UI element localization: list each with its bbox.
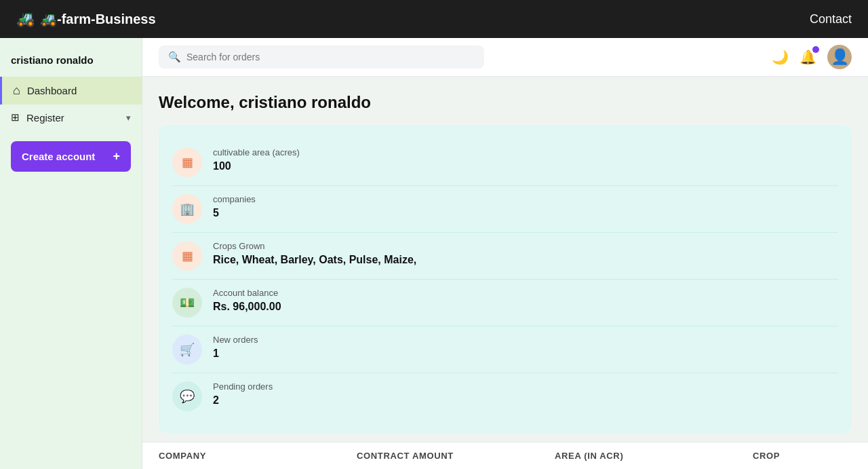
new-orders-value: 1 [213, 348, 258, 360]
brand-text: 🚜-farm-Business [40, 11, 156, 27]
sidebar-item-register[interactable]: ⊞ Register ▾ [0, 105, 142, 130]
sidebar-item-dashboard-label: Dashboard [27, 85, 77, 96]
money-icon: 💵 [180, 295, 195, 310]
building-icon: 🏢 [180, 202, 195, 217]
crops-grown-label: Crops Grown [213, 241, 416, 251]
welcome-title: Welcome, cristiano ronaldo [159, 93, 852, 112]
sidebar-item-dashboard[interactable]: ⌂ Dashboard [0, 77, 142, 105]
content-area: 🔍 🌙 🔔 👤 Welcome, cristiano ronaldo [142, 38, 868, 469]
brand-logo: 🚜 🚜-farm-Business [16, 10, 156, 28]
crops-grown-value: Rice, Wheat, Barley, Oats, Pulse, Maize, [213, 254, 416, 266]
crops-chart-icon: ▦ [182, 248, 193, 263]
search-input[interactable] [186, 52, 475, 62]
header-bar: 🔍 🌙 🔔 👤 [142, 38, 868, 77]
companies-label: companies [213, 194, 256, 204]
sidebar-username: cristiano ronaldo [0, 49, 142, 77]
pending-orders-value: 2 [213, 394, 273, 407]
chat-icon: 💬 [180, 389, 195, 404]
companies-value: 5 [213, 207, 256, 219]
stats-card: ▦ cultivable area (acres) 100 🏢 companie… [159, 126, 852, 433]
avatar[interactable]: 👤 [827, 45, 852, 69]
notification-badge [812, 46, 819, 53]
account-balance-label: Account balance [213, 288, 281, 298]
cart-icon: 🛒 [180, 342, 195, 357]
stat-row-new-orders: 🛒 New orders 1 [172, 326, 838, 373]
table-col-contract-amount: CONTRACT AMOUNT [357, 451, 555, 461]
search-container: 🔍 [159, 45, 484, 69]
navbar: 🚜 🚜-farm-Business Contact [0, 0, 868, 38]
home-icon: ⌂ [13, 83, 20, 98]
stat-row-account-balance: 💵 Account balance Rs. 96,000.00 [172, 280, 838, 326]
new-orders-label: New orders [213, 335, 258, 345]
cultivable-area-value: 100 [213, 160, 300, 172]
search-icon: 🔍 [168, 51, 181, 63]
pending-orders-icon-circle: 💬 [172, 381, 202, 411]
contact-link[interactable]: Contact [810, 12, 852, 26]
crops-grown-icon-circle: ▦ [172, 241, 202, 271]
sidebar-item-register-label: Register [26, 112, 64, 124]
cultivable-area-icon-circle: ▦ [172, 147, 202, 177]
account-balance-value: Rs. 96,000.00 [213, 301, 281, 313]
table-col-area: AREA (IN ACR) [555, 451, 753, 461]
create-account-button[interactable]: Create account + [11, 141, 131, 172]
new-orders-icon-circle: 🛒 [172, 335, 202, 364]
header-icons: 🌙 🔔 👤 [772, 45, 852, 69]
sidebar: cristiano ronaldo ⌂ Dashboard ⊞ Register… [0, 38, 142, 469]
cultivable-area-label: cultivable area (acres) [213, 147, 300, 157]
tractor-icon: 🚜 [16, 10, 35, 28]
stat-row-crops-grown: ▦ Crops Grown Rice, Wheat, Barley, Oats,… [172, 233, 838, 280]
table-col-company: COMPANY [159, 451, 357, 461]
notification-icon[interactable]: 🔔 [800, 49, 816, 65]
register-icon: ⊞ [11, 111, 20, 124]
plus-icon: + [113, 149, 120, 164]
table-header-row: COMPANY CONTRACT AMOUNT AREA (IN ACR) CR… [142, 442, 868, 469]
stat-row-companies: 🏢 companies 5 [172, 186, 838, 233]
main-layout: cristiano ronaldo ⌂ Dashboard ⊞ Register… [0, 38, 868, 469]
dashboard-content: Welcome, cristiano ronaldo ▦ cultivable … [142, 77, 868, 442]
table-col-crop: CROP [753, 451, 852, 461]
avatar-image: 👤 [831, 48, 849, 66]
create-account-label: Create account [22, 151, 95, 162]
account-balance-icon-circle: 💵 [172, 288, 202, 318]
stat-row-cultivable-area: ▦ cultivable area (acres) 100 [172, 139, 838, 186]
chevron-down-icon: ▾ [126, 113, 131, 123]
pending-orders-label: Pending orders [213, 381, 273, 392]
stat-row-pending-orders: 💬 Pending orders 2 [172, 373, 838, 419]
companies-icon-circle: 🏢 [172, 194, 202, 224]
dark-mode-icon[interactable]: 🌙 [772, 49, 789, 65]
bar-chart-icon: ▦ [182, 155, 193, 170]
